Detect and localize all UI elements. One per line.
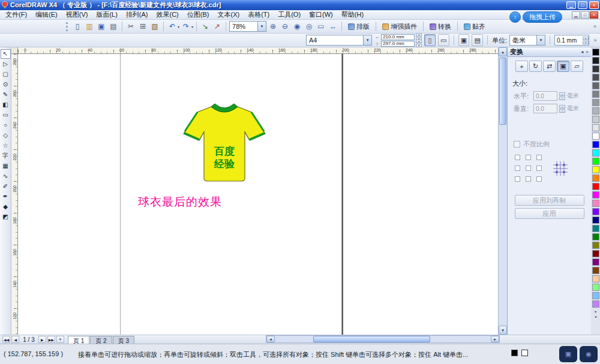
- freehand-tool[interactable]: ✎: [1, 90, 11, 100]
- zoom-all-icon[interactable]: ◎: [304, 21, 314, 32]
- last-page-button[interactable]: ▶▶: [47, 336, 55, 343]
- transform-rotate-button[interactable]: ↻: [529, 61, 542, 72]
- palette-swatch[interactable]: [592, 116, 599, 123]
- upload-cloud-icon[interactable]: ↑: [509, 11, 521, 23]
- palette-swatch[interactable]: [592, 82, 599, 89]
- toolbar-overflow-button[interactable]: »: [591, 21, 599, 32]
- palette-expand-button[interactable]: ◂: [595, 314, 596, 318]
- redo-icon[interactable]: ↷: [181, 21, 191, 32]
- palette-swatch[interactable]: [592, 233, 599, 240]
- palette-swatch[interactable]: [592, 300, 599, 308]
- window-minimize-button[interactable]: ▁: [566, 1, 576, 9]
- document-restore-button[interactable]: □: [581, 11, 589, 19]
- menu-effects[interactable]: 效果(C): [152, 10, 183, 20]
- palette-swatch[interactable]: [592, 250, 599, 257]
- undo-icon[interactable]: ↶: [167, 21, 178, 32]
- anchor-checkbox[interactable]: [515, 166, 520, 171]
- dropdown-arrow-icon[interactable]: ▾: [178, 25, 179, 29]
- landscape-orientation-button[interactable]: ▭: [438, 34, 449, 46]
- palette-swatch[interactable]: [592, 292, 599, 299]
- scroll-up-button[interactable]: ▴: [499, 47, 507, 56]
- palette-swatch[interactable]: [592, 258, 599, 266]
- all-pages-button[interactable]: ▣: [458, 34, 470, 46]
- ruler-origin[interactable]: [11, 47, 18, 54]
- docker-header[interactable]: 变换 ◂ ×: [508, 47, 591, 57]
- text-tool[interactable]: 字: [1, 151, 11, 161]
- transform-skew-button[interactable]: ▱: [571, 61, 583, 72]
- paste-icon[interactable]: ▧: [149, 21, 160, 32]
- upload-button[interactable]: 拖拽上传: [523, 11, 562, 23]
- page-tab-2[interactable]: 页 2: [90, 336, 112, 344]
- overlay-capture-button[interactable]: ▣: [559, 346, 577, 362]
- palette-swatch[interactable]: [592, 57, 599, 64]
- dropdown-arrow-icon[interactable]: ▾: [191, 25, 193, 29]
- menu-window[interactable]: 窗口(W): [305, 10, 337, 20]
- scroll-down-button[interactable]: ▾: [499, 326, 507, 335]
- nudge-offset-stepper[interactable]: [583, 37, 589, 44]
- fill-tool[interactable]: ◆: [1, 202, 11, 212]
- menu-bitmaps[interactable]: 位图(B): [183, 10, 214, 20]
- interactive-fill-tool[interactable]: ◩: [1, 212, 11, 222]
- non-proportional-checkbox[interactable]: [514, 141, 520, 148]
- palette-swatch[interactable]: [592, 242, 599, 249]
- zoom-width-icon[interactable]: ↔: [328, 21, 338, 32]
- polygon-tool[interactable]: ◇: [1, 131, 11, 140]
- caption-text[interactable]: 球衣最后的效果: [138, 194, 222, 210]
- palette-swatch[interactable]: [592, 149, 599, 157]
- layout-button[interactable]: 排版: [345, 21, 373, 32]
- overlay-record-button[interactable]: ◉: [580, 346, 598, 362]
- anchor-checkbox[interactable]: [536, 166, 542, 171]
- export-icon[interactable]: ↗: [212, 21, 223, 32]
- vertical-value-stepper[interactable]: [559, 105, 565, 113]
- plugins-button[interactable]: 增强插件: [379, 21, 420, 32]
- ellipse-tool[interactable]: ○: [1, 121, 11, 130]
- save-icon[interactable]: ▣: [96, 21, 107, 32]
- anchor-checkbox[interactable]: [536, 176, 542, 182]
- palette-swatch[interactable]: [592, 141, 599, 148]
- palette-swatch[interactable]: [592, 166, 599, 173]
- palette-swatch[interactable]: [592, 216, 599, 224]
- menu-view[interactable]: 视图(V): [62, 10, 92, 20]
- anchor-checkbox[interactable]: [526, 166, 531, 171]
- zoom-selection-icon[interactable]: ◉: [292, 21, 302, 32]
- print-icon[interactable]: ▤: [108, 21, 119, 32]
- paper-height-stepper[interactable]: [416, 40, 422, 47]
- scroll-left-button[interactable]: ◂: [266, 336, 275, 342]
- paper-height-field[interactable]: 297.0 mm: [381, 41, 415, 47]
- new-document-icon[interactable]: ▯: [72, 21, 83, 32]
- vertical-value-field[interactable]: 0.0: [533, 104, 557, 113]
- current-page-button[interactable]: ▤: [472, 34, 483, 46]
- crop-tool[interactable]: ▢: [1, 70, 11, 79]
- scroll-right-button[interactable]: ▸: [491, 336, 499, 342]
- menu-tools[interactable]: 工具(O): [274, 10, 305, 20]
- pick-tool[interactable]: ↖: [1, 49, 11, 59]
- jersey-graphic[interactable]: 百度 经验: [179, 96, 270, 186]
- property-bar-overflow-button[interactable]: »: [592, 35, 599, 46]
- apply-to-duplicate-button[interactable]: 应用到再制: [515, 195, 584, 206]
- table-tool[interactable]: ▦: [1, 161, 11, 171]
- import-icon[interactable]: ↘: [200, 21, 211, 32]
- zoom-out-icon[interactable]: ⊖: [280, 21, 290, 32]
- fill-color-indicator[interactable]: [511, 350, 518, 356]
- zoom-page-icon[interactable]: ▭: [316, 21, 326, 32]
- window-close-button[interactable]: ×: [589, 1, 599, 9]
- menu-text[interactable]: 文本(X): [213, 10, 244, 20]
- horizontal-scroll-thumb[interactable]: [313, 336, 430, 342]
- zoom-in-icon[interactable]: ⊕: [268, 21, 278, 32]
- anchor-checkbox[interactable]: [526, 176, 531, 182]
- docker-close-button[interactable]: ×: [586, 49, 589, 55]
- window-maximize-button[interactable]: □: [578, 1, 587, 9]
- transform-size-button[interactable]: ▣: [557, 61, 569, 72]
- title-bar[interactable]: CorelDRAW X4 （ 专业版 ） - [F:\百度经验\新建文件夹\球衣…: [0, 0, 600, 10]
- palette-swatch[interactable]: [592, 107, 599, 115]
- cut-icon[interactable]: ✂: [125, 21, 136, 32]
- menu-help[interactable]: 帮助(H): [337, 10, 368, 20]
- portrait-orientation-button[interactable]: ▯: [424, 34, 436, 46]
- palette-swatch[interactable]: [592, 175, 599, 182]
- palette-swatch[interactable]: [592, 267, 599, 274]
- palette-swatch[interactable]: [592, 91, 599, 98]
- rectangle-tool[interactable]: ▭: [1, 110, 11, 120]
- anchor-checkbox[interactable]: [515, 176, 520, 182]
- transform-scale-button[interactable]: ⇄: [543, 61, 556, 72]
- outline-color-indicator[interactable]: [521, 350, 528, 356]
